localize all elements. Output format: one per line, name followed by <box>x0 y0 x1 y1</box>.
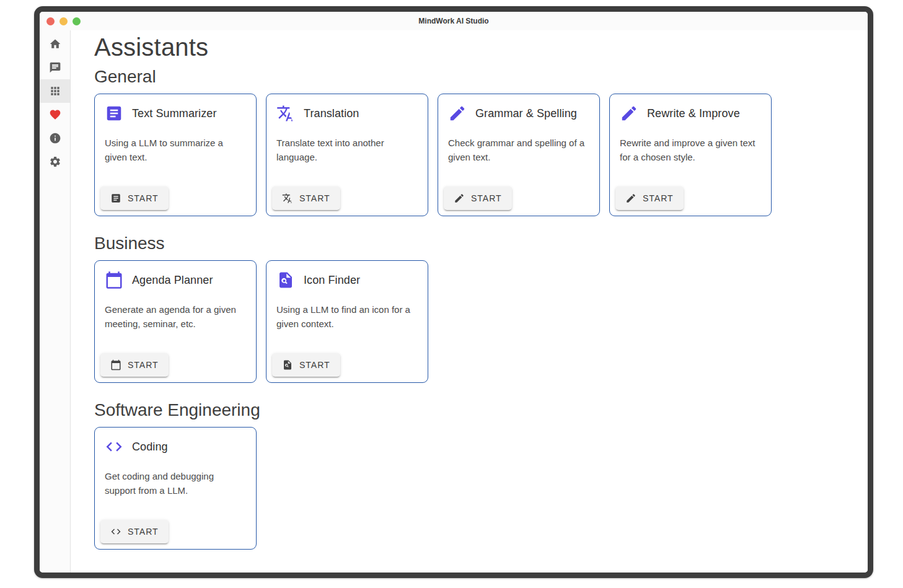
sections-container: GeneralText SummarizerUsing a LLM to sum… <box>94 66 855 550</box>
card-description: Rewrite and improve a given text for a c… <box>620 136 761 164</box>
card-header: Translation <box>276 104 418 123</box>
titlebar: MindWork AI Studio <box>40 12 868 30</box>
document-icon <box>110 193 121 204</box>
assistant-card: Text SummarizerUsing a LLM to summarize … <box>94 94 257 216</box>
pencil-icon <box>620 104 638 123</box>
start-button[interactable]: START <box>100 353 169 377</box>
sidebar-item-favorites[interactable] <box>40 103 70 126</box>
info-icon <box>49 132 61 144</box>
translate-icon <box>282 193 293 204</box>
home-icon <box>49 38 61 50</box>
sidebar-item-settings[interactable] <box>40 150 70 173</box>
code-icon <box>110 526 121 537</box>
card-header: Icon Finder <box>276 271 418 289</box>
apps-grid-icon <box>49 85 61 97</box>
card-title: Translation <box>304 107 359 120</box>
start-button-label: START <box>128 527 159 537</box>
start-button[interactable]: START <box>100 520 169 543</box>
card-description: Check grammar and spelling of a given te… <box>448 136 589 164</box>
document-icon <box>105 104 123 123</box>
start-button[interactable]: START <box>272 353 340 377</box>
pencil-icon <box>454 193 465 204</box>
cards-row: Agenda PlannerGenerate an agenda for a g… <box>94 260 855 383</box>
section-title: General <box>94 66 855 87</box>
card-header: Rewrite & Improve <box>620 104 761 123</box>
window-title: MindWork AI Studio <box>40 17 868 25</box>
translate-icon <box>276 104 295 123</box>
sidebar-item-chat[interactable] <box>40 56 70 79</box>
card-description: Generate an agenda for a given meeting, … <box>105 302 246 331</box>
section-title: Software Engineering <box>94 399 855 421</box>
calendar-icon <box>110 359 121 371</box>
sidebar-item-home[interactable] <box>40 32 70 56</box>
start-button-label: START <box>643 193 674 203</box>
start-button[interactable]: START <box>100 186 169 210</box>
section-title: Business <box>94 232 855 254</box>
start-button-label: START <box>299 193 330 203</box>
assistant-card: Grammar & SpellingCheck grammar and spel… <box>438 94 600 216</box>
gear-icon <box>49 156 61 168</box>
doc-search-icon <box>276 271 295 289</box>
cards-row: Text SummarizerUsing a LLM to summarize … <box>94 94 855 216</box>
card-description: Using a LLM to summarize a given text. <box>105 136 246 164</box>
card-header: Text Summarizer <box>105 104 246 123</box>
card-title: Text Summarizer <box>132 107 217 120</box>
assistant-card: TranslationTranslate text into another l… <box>266 94 428 216</box>
cards-row: CodingGet coding and debugging support f… <box>94 427 855 550</box>
sidebar-item-about[interactable] <box>40 126 70 150</box>
app-window: MindWork AI Studio Assistants GeneralTex… <box>34 6 873 578</box>
chat-icon <box>49 61 61 74</box>
assistant-card: Rewrite & ImproveRewrite and improve a g… <box>609 94 772 216</box>
card-description: Translate text into another language. <box>276 136 418 164</box>
card-header: Agenda Planner <box>105 271 246 289</box>
card-title: Icon Finder <box>304 274 360 287</box>
start-button-label: START <box>471 193 502 203</box>
assistant-card: CodingGet coding and debugging support f… <box>94 427 257 550</box>
calendar-icon <box>105 271 123 289</box>
pencil-icon <box>625 193 637 204</box>
start-button-label: START <box>128 193 159 203</box>
card-header: Grammar & Spelling <box>448 104 589 123</box>
start-button-label: START <box>299 360 330 370</box>
start-button-label: START <box>128 360 159 370</box>
doc-search-icon <box>282 359 293 371</box>
assistant-card: Agenda PlannerGenerate an agenda for a g… <box>94 260 257 383</box>
main-content: Assistants GeneralText SummarizerUsing a… <box>71 30 868 573</box>
card-title: Coding <box>132 441 168 454</box>
code-icon <box>105 437 123 456</box>
start-button[interactable]: START <box>444 186 512 210</box>
card-title: Grammar & Spelling <box>475 107 577 120</box>
start-button[interactable]: START <box>272 186 340 210</box>
heart-icon <box>49 108 61 121</box>
card-title: Rewrite & Improve <box>647 107 740 120</box>
card-header: Coding <box>105 437 246 456</box>
page-title: Assistants <box>94 32 855 62</box>
card-description: Using a LLM to find an icon for a given … <box>276 302 418 331</box>
start-button[interactable]: START <box>615 186 684 210</box>
card-title: Agenda Planner <box>132 274 213 287</box>
sidebar-item-assistants[interactable] <box>40 79 70 103</box>
assistant-card: Icon FinderUsing a LLM to find an icon f… <box>266 260 428 383</box>
sidebar <box>40 30 71 573</box>
card-description: Get coding and debugging support from a … <box>105 469 246 498</box>
pencil-icon <box>448 104 467 123</box>
